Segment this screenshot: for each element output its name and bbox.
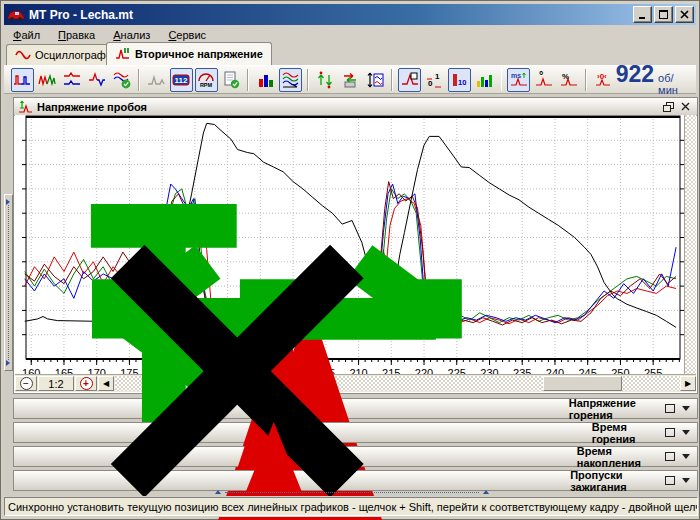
toolbar-separator [307,69,309,91]
report-document-button[interactable] [220,68,243,92]
expand-panel-icon[interactable] [665,428,675,437]
linear-graphs-button[interactable] [279,68,302,92]
status-message: Синхронно установить текущую позицию все… [4,497,698,516]
breakdown-voltage-header[interactable]: Напряжение пробоя [14,98,697,116]
histogram-button[interactable] [473,68,496,92]
splitter-arrow-icon [6,360,10,366]
split-waveform-icon [63,71,81,89]
secondary-voltage-tab-icon [115,47,131,61]
rpm-gauge-button[interactable]: RPM [195,68,218,92]
status-bar: Синхронно установить текущую позицию все… [3,496,699,517]
all-waves-check-icon [113,71,131,89]
expand-panel-icon[interactable] [665,404,675,413]
paired-waveform-icon [88,71,106,89]
svg-text:1: 1 [435,72,440,81]
primary-waveform-icon [38,71,56,89]
toolbar-separator [585,69,587,91]
measure-ms-icon: ms [510,71,528,89]
misfire-icon [18,225,566,520]
scale-10-icon: 10 [450,71,468,89]
measure-percent-button[interactable]: % [557,68,580,92]
oscilloscope-tab-icon [15,50,31,60]
splitter-dots [225,492,479,493]
svg-text:112: 112 [175,76,188,85]
digital-values-icon: 10 [425,71,443,89]
tab-oscilloscope[interactable]: Осциллограф [6,44,120,65]
fit-vertical-button[interactable] [363,68,386,92]
toolbar-separator [501,69,503,91]
panel-menu-icon[interactable] [682,406,690,411]
left-splitter[interactable] [4,194,13,371]
breakdown-voltage-icon [18,100,33,114]
car-app-icon [7,8,25,22]
misfire-panel-header[interactable]: Пропуски зажигания [13,470,698,491]
close-panel-icon[interactable] [681,102,690,111]
expand-panel-icon[interactable] [665,452,675,461]
panel-title: Напряжение пробоя [37,101,147,113]
fit-vertical-icon [366,71,384,89]
close-button[interactable] [675,6,694,23]
bottom-splitter[interactable] [213,489,491,496]
secondary-waveform-button[interactable] [11,68,34,92]
measure-degrees-icon: ° [535,71,553,89]
panel-menu-icon[interactable] [682,430,690,435]
toolbar-separator [247,69,249,91]
measure-ms-button[interactable]: ms [507,68,530,92]
panel-menu-icon[interactable] [682,478,690,483]
title-bar[interactable]: MT Pro - Lecha.mt [4,4,696,25]
splitter-dots [8,205,9,360]
split-waveform-button[interactable] [61,68,84,92]
zero-span-button[interactable]: ›0‹ [592,68,615,92]
maximize-button[interactable] [654,6,673,23]
swap-frames-button[interactable] [339,68,362,92]
svg-text:ms: ms [511,72,521,79]
single-waveform-button-disabled[interactable] [145,68,168,92]
panel-menu-icon[interactable] [682,454,690,459]
scroll-right-button[interactable]: ▶ [680,376,696,391]
paired-waveform-button[interactable] [85,68,108,92]
bar-chart-button[interactable] [254,68,277,92]
rpm-gauge-icon: RPM [197,71,215,89]
primary-waveform-button[interactable] [36,68,59,92]
linear-graphs-icon [282,71,300,89]
swap-frames-icon [341,71,359,89]
vertical-scrollbar[interactable] [684,115,696,375]
client-area: Напряжение пробоя 1601651701751801851901… [3,94,699,496]
all-waves-check-button[interactable] [110,68,133,92]
expand-panel-icon[interactable] [665,476,675,485]
window-title: MT Pro - Lecha.mt [29,8,133,22]
report-document-icon [222,71,240,89]
menu-file[interactable]: Файл [4,27,49,43]
measure-degrees-button[interactable]: ° [532,68,555,92]
histogram-icon [475,71,493,89]
svg-text:0: 0 [428,79,433,88]
toolbar: 112 RPM 10 10 ms ° % ›0‹ 922 об/мин [4,65,696,94]
maximize-icon [659,10,668,19]
tab-bar: Осциллограф Вторичное напряжение [4,44,696,65]
scale-10-button[interactable]: 10 [448,68,471,92]
cylinder-numbers-button[interactable]: 112 [170,68,193,92]
panel-title: Пропуски зажигания [570,469,661,493]
menu-service[interactable]: Сервис [159,27,215,43]
panel-title: Время накопления [577,445,661,469]
minimize-button[interactable] [633,6,652,23]
tab-secondary-voltage[interactable]: Вторичное напряжение [106,42,272,65]
bar-chart-icon [257,71,275,89]
secondary-waveform-icon [13,71,31,89]
restore-panel-icon[interactable] [663,102,674,112]
panel-title: Время горения [592,421,661,445]
toolbar-separator [138,69,140,91]
marker-icon [401,71,419,89]
zero-span-icon: ›0‹ [594,71,612,89]
marker-button[interactable] [398,68,421,92]
autoscale-vertical-button[interactable] [314,68,337,92]
autoscale-vertical-icon [316,71,334,89]
rpm-value: 922 [616,63,654,86]
menu-edit[interactable]: Правка [49,27,104,43]
digital-values-button[interactable]: 10 [423,68,446,92]
splitter-arrow-icon [483,490,489,494]
menu-analysis[interactable]: Анализ [104,27,159,43]
app-window: MT Pro - Lecha.mt Файл Правка Анализ Сер… [0,0,700,520]
measure-percent-icon: % [560,71,578,89]
minimize-icon [639,11,647,19]
